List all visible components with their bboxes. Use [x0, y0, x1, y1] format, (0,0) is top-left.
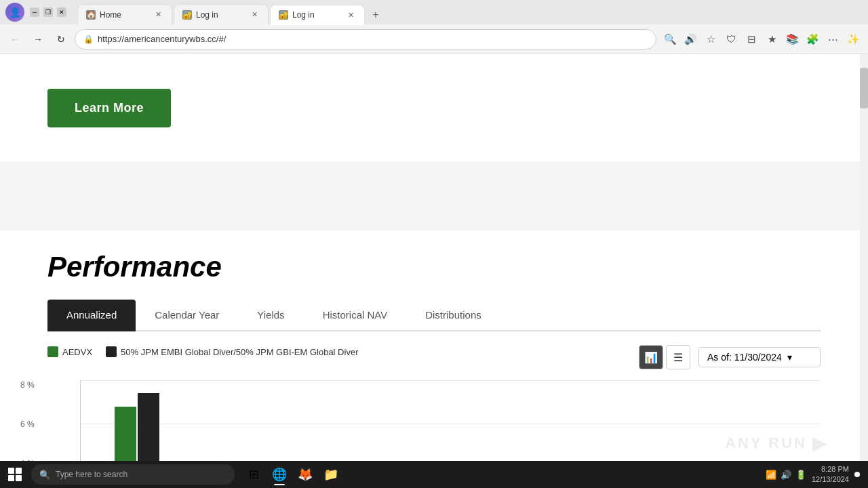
y-label-8: 8 %: [20, 380, 35, 390]
task-view-icon: ⊞: [249, 467, 259, 482]
legend-item-aedvx: AEDVX: [47, 346, 92, 357]
settings-button[interactable]: ⋯: [823, 30, 842, 49]
browser-chrome: 👤 ─ ❐ ✕ 🏠 Home ✕ 🔐 Log in ✕ 🔐 Log in ✕: [0, 0, 868, 54]
date-label: As of: 11/30/2024: [707, 352, 782, 363]
title-bar: 👤 ─ ❐ ✕ 🏠 Home ✕ 🔐 Log in ✕ 🔐 Log in ✕: [0, 0, 868, 24]
window-controls: ─ ❐ ✕: [30, 7, 66, 17]
start-button[interactable]: [3, 462, 27, 487]
chevron-down-icon: ▾: [787, 352, 792, 363]
chart-y-labels: 8 % 6 % 4 %: [20, 380, 35, 461]
tab-login1-close[interactable]: ✕: [249, 9, 260, 20]
refresh-button[interactable]: ↻: [52, 30, 71, 49]
tab-annualized[interactable]: Annualized: [47, 300, 136, 331]
windows-icon: [8, 468, 22, 481]
watermark-text: ANY RUN: [725, 434, 807, 452]
url-text: https://americancenturywbs.cc/#/: [98, 34, 226, 44]
edge-icon: 🌐: [272, 467, 287, 482]
forward-button[interactable]: →: [28, 30, 47, 49]
read-aloud-button[interactable]: 🔊: [681, 30, 700, 49]
browser-essentials-button[interactable]: 🛡: [722, 30, 741, 49]
date-dropdown[interactable]: As of: 11/30/2024 ▾: [698, 347, 821, 367]
tabs-bar: 🏠 Home ✕ 🔐 Log in ✕ 🔐 Log in ✕ +: [75, 0, 388, 24]
lock-icon: 🔒: [83, 35, 94, 44]
url-bar[interactable]: 🔒 https://americancenturywbs.cc/#/: [75, 29, 656, 49]
page-content: Learn More Performance Annualized Calend…: [0, 54, 868, 461]
grid-line-top: [81, 380, 821, 381]
firefox-icon: 🦊: [298, 467, 313, 482]
network-icon[interactable]: 📶: [766, 470, 776, 480]
extensions-button[interactable]: 🧩: [803, 30, 822, 49]
view-toggle: 📊 ☰: [639, 345, 690, 369]
new-tab-button[interactable]: +: [366, 5, 385, 24]
minimize-button[interactable]: ─: [30, 7, 39, 17]
copilot-button[interactable]: ✨: [844, 30, 863, 49]
battery-icon[interactable]: 🔋: [795, 470, 806, 480]
legend-label-aedvx: AEDVX: [62, 347, 92, 357]
taskbar-items: ⊞ 🌐 🦊 📁: [241, 462, 343, 487]
chart-grid: [81, 380, 821, 461]
taskbar-firefox[interactable]: 🦊: [293, 462, 317, 487]
login1-favicon: 🔐: [182, 10, 192, 20]
tab-calendar-year[interactable]: Calendar Year: [136, 300, 238, 331]
taskbar-task-view[interactable]: ⊞: [241, 462, 266, 487]
collections-button[interactable]: 📚: [783, 30, 802, 49]
table-view-button[interactable]: ☰: [666, 345, 690, 369]
grid-line-mid: [81, 424, 821, 424]
legend-color-dark: [106, 346, 117, 357]
restore-button[interactable]: ❐: [43, 7, 53, 17]
tab-login2[interactable]: 🔐 Log in ✕: [270, 5, 365, 25]
taskbar-right: 📶 🔊 🔋 8:28 PM 12/13/2024: [766, 464, 865, 485]
tab-login1[interactable]: 🔐 Log in ✕: [174, 4, 269, 24]
tab-home[interactable]: 🏠 Home ✕: [77, 4, 172, 24]
split-screen-button[interactable]: ⊟: [742, 30, 761, 49]
tab-login1-label: Log in: [196, 10, 218, 20]
search-icon: 🔍: [39, 470, 50, 480]
legend: AEDVX 50% JPM EMBI Global Diver/50% JPM …: [47, 346, 358, 357]
y-label-6: 6 %: [20, 420, 35, 429]
home-favicon: 🏠: [86, 10, 96, 20]
divider: [0, 163, 868, 230]
back-button[interactable]: ←: [5, 30, 24, 49]
chart-bars: [115, 380, 159, 461]
tab-distributions[interactable]: Distributions: [406, 300, 500, 331]
scroll-thumb[interactable]: [860, 68, 868, 108]
favorites-bar-button[interactable]: ★: [762, 30, 781, 49]
bar-dark: [138, 393, 159, 461]
avatar[interactable]: 👤: [5, 3, 24, 22]
watermark: ANY RUN ▶: [725, 432, 827, 454]
volume-icon[interactable]: 🔊: [781, 470, 791, 480]
tab-historical-nav[interactable]: Historical NAV: [304, 300, 407, 331]
address-bar: ← → ↻ 🔒 https://americancenturywbs.cc/#/…: [0, 24, 868, 54]
legend-color-green: [47, 346, 58, 357]
taskbar-explorer[interactable]: 📁: [319, 462, 343, 487]
tab-login2-close[interactable]: ✕: [345, 9, 356, 20]
explorer-icon: 📁: [323, 467, 338, 482]
tab-home-close[interactable]: ✕: [153, 9, 163, 20]
search-placeholder: Type here to search: [56, 470, 127, 479]
notification-button[interactable]: [854, 472, 860, 477]
learn-more-button[interactable]: Learn More: [47, 89, 171, 127]
bar-green: [115, 407, 136, 461]
system-clock[interactable]: 8:28 PM 12/13/2024: [812, 464, 849, 485]
tab-yields[interactable]: Yields: [238, 300, 303, 331]
legend-row: AEDVX 50% JPM EMBI Global Diver/50% JPM …: [47, 345, 821, 369]
legend-label-benchmark: 50% JPM EMBI Global Diver/50% JPM GBI-EM…: [121, 347, 358, 357]
tab-home-label: Home: [100, 10, 121, 20]
performance-title: Performance: [47, 251, 821, 283]
system-tray: 📶 🔊 🔋: [766, 470, 806, 480]
chart-view-button[interactable]: 📊: [639, 345, 663, 369]
taskbar-edge[interactable]: 🌐: [267, 462, 292, 487]
search-toolbar-button[interactable]: 🔍: [660, 30, 679, 49]
performance-tabs: Annualized Calendar Year Yields Historic…: [47, 300, 821, 331]
favorites-button[interactable]: ☆: [701, 30, 720, 49]
chart-area: [80, 380, 821, 461]
close-button[interactable]: ✕: [57, 7, 66, 17]
legend-item-benchmark: 50% JPM EMBI Global Diver/50% JPM GBI-EM…: [106, 346, 358, 357]
taskbar-search[interactable]: 🔍 Type here to search: [31, 464, 235, 485]
taskbar: 🔍 Type here to search ⊞ 🌐 🦊 📁 📶 🔊 🔋 8:28…: [0, 461, 868, 488]
watermark-icon: ▶: [812, 432, 827, 454]
chart-container: 8 % 6 % 4 %: [47, 380, 821, 461]
top-section: Learn More: [0, 54, 868, 163]
tab-login2-label: Log in: [292, 10, 315, 20]
scrollbar[interactable]: [860, 54, 868, 461]
